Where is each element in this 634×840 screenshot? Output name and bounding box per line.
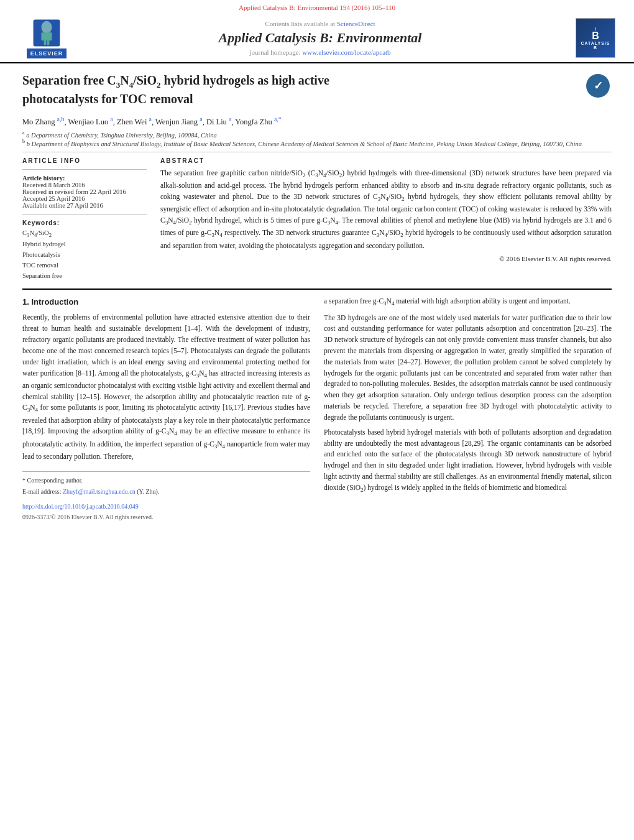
catalysis-logo: i B CATALYSIS B <box>566 18 615 58</box>
main-content: Separation free C3N4/SiO2 hybrid hydroge… <box>0 63 634 528</box>
crossmark-logo: ✓ <box>584 72 612 99</box>
keywords-heading: Keywords: <box>22 219 147 226</box>
keywords-list: C3N4/SiO2 Hybrid hydrogel Photocatalysis… <box>22 228 147 281</box>
elsevier-label: ELSEVIER <box>27 48 67 58</box>
intro-para-1: Recently, the problems of environmental … <box>22 312 310 462</box>
elsevier-logo: ELSEVIER <box>19 17 75 58</box>
footnotes: * Corresponding author. E-mail address: … <box>22 471 310 497</box>
article-title: Separation free C3N4/SiO2 hybrid hydroge… <box>22 72 584 107</box>
affiliations: a a Department of Chemistry, Tsinghua Un… <box>22 130 612 147</box>
journal-title: Applied Catalysis B: Environmental <box>75 30 566 46</box>
article-header: Separation free C3N4/SiO2 hybrid hydroge… <box>22 72 612 112</box>
article-info-column: ARTICLE INFO Article history: Received 8… <box>22 157 147 281</box>
body-col-right: a separation free g-C3N4 material with h… <box>324 296 612 522</box>
svg-point-1 <box>41 21 52 34</box>
journal-reference-bar: Applied Catalysis B: Environmental 194 (… <box>0 0 634 12</box>
body-col-left: 1. Introduction Recently, the problems o… <box>22 296 310 522</box>
abstract-text: The separation free graphitic carbon nit… <box>160 168 612 251</box>
doi-section: http://dx.doi.org/10.1016/j.apcatb.2016.… <box>22 502 310 512</box>
svg-rect-3 <box>44 40 47 45</box>
abstract-section: ABSTRACT The separation free graphitic c… <box>160 157 612 281</box>
info-divider <box>22 169 147 170</box>
introduction-heading: 1. Introduction <box>22 296 310 308</box>
email-link[interactable]: Zhuyf@mail.tsinghua.edu.cn <box>63 488 136 495</box>
crossmark-icon: ✓ <box>586 74 610 98</box>
elsevier-tree-icon <box>28 17 65 48</box>
copyright-line: © 2016 Elsevier B.V. All rights reserved… <box>160 255 612 262</box>
catalysis-logo-box: i B CATALYSIS B <box>576 18 615 58</box>
doi-link[interactable]: http://dx.doi.org/10.1016/j.apcatb.2016.… <box>22 503 139 510</box>
right-para-1: a separation free g-C3N4 material with h… <box>324 296 612 308</box>
journal-title-block: Contents lists available at ScienceDirec… <box>75 20 566 56</box>
authors-line: Mo Zhang a,b, Wenjiao Luo a, Zhen Wei a,… <box>22 116 612 127</box>
journal-homepage-line: journal homepage: www.elsevier.com/locat… <box>75 48 566 56</box>
keywords-section: Keywords: C3N4/SiO2 Hybrid hydrogel Phot… <box>22 219 147 281</box>
journal-reference-text: Applied Catalysis B: Environmental 194 (… <box>239 4 395 11</box>
corresponding-author-note: * Corresponding author. <box>22 476 310 486</box>
issn-line: 0926-3373/© 2016 Elsevier B.V. All right… <box>22 512 310 522</box>
email-note: E-mail address: Zhuyf@mail.tsinghua.edu.… <box>22 487 310 497</box>
abstract-heading: ABSTRACT <box>160 157 612 164</box>
body-divider <box>22 288 612 290</box>
svg-text:✓: ✓ <box>594 80 603 92</box>
sciencedirect-link[interactable]: ScienceDirect <box>337 20 375 27</box>
right-para-2: The 3D hydrogels are one of the most wid… <box>324 313 612 423</box>
body-columns: 1. Introduction Recently, the problems o… <box>22 296 612 522</box>
sciencedirect-line: Contents lists available at ScienceDirec… <box>75 20 566 27</box>
article-history: Article history: Received 8 March 2016 R… <box>22 175 147 209</box>
article-title-block: Separation free C3N4/SiO2 hybrid hydroge… <box>22 72 584 112</box>
journal-homepage-link[interactable]: www.elsevier.com/locate/apcatb <box>302 48 390 56</box>
header-divider <box>22 152 612 152</box>
journal-header: ELSEVIER Contents lists available at Sci… <box>0 12 634 63</box>
right-para-3: Photocatalysts based hybrid hydrogel mat… <box>324 427 612 495</box>
article-info-heading: ARTICLE INFO <box>22 157 147 164</box>
svg-rect-4 <box>47 40 50 45</box>
info-abstract-section: ARTICLE INFO Article history: Received 8… <box>22 157 612 281</box>
svg-rect-2 <box>41 32 52 40</box>
keywords-divider <box>22 214 147 215</box>
